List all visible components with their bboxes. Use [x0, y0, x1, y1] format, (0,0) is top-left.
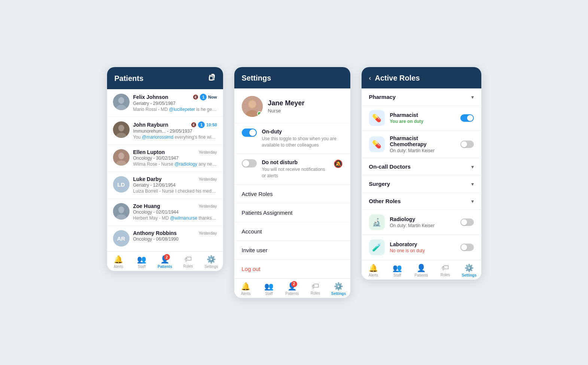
- roles-bottom-nav: 🔔Alerts👥Staff👤Patients🏷Roles⚙️Settings: [362, 260, 481, 280]
- roles-nav-label: Roles: [183, 264, 193, 268]
- on-duty-toggle[interactable]: [242, 129, 257, 137]
- menu-item-patients-assignment[interactable]: Patients Assignment: [234, 203, 350, 222]
- nav-item-patients[interactable]: 👤Patients: [409, 263, 433, 277]
- patient-time: Yesterday: [199, 204, 217, 208]
- menu-item-log-out[interactable]: Log out: [234, 260, 350, 278]
- alerts-nav-icon: 🔔: [241, 282, 250, 291]
- role-icon: 🧪: [369, 239, 385, 255]
- role-section-other-roles[interactable]: Other Roles▾: [362, 193, 481, 210]
- chevron-down-icon: ▾: [471, 198, 474, 204]
- nav-item-alerts[interactable]: 🔔Alerts: [362, 263, 386, 277]
- dnd-icon: 🔕: [333, 159, 343, 168]
- role-toggle[interactable]: [460, 244, 474, 251]
- role-item: 💊PharmacistYou are on duty: [362, 106, 481, 131]
- settings-screen: Settings Jane Meyer Nurse: [234, 67, 350, 298]
- avatar: LD: [113, 176, 130, 193]
- patient-info: Zoe HuangYesterdayOncology - 02/01/1944H…: [133, 203, 217, 221]
- back-button[interactable]: ‹: [369, 74, 371, 82]
- nav-item-settings[interactable]: ⚙️Settings: [327, 282, 350, 296]
- alerts-nav-icon: 🔔: [114, 255, 123, 264]
- role-toggle[interactable]: [460, 218, 474, 226]
- patient-name: Felix Johnson: [133, 94, 168, 100]
- mention: @radiology: [174, 162, 197, 167]
- list-item[interactable]: ARAnthony RobbinsYesterdayOncology - 06/…: [107, 226, 223, 251]
- nav-item-staff[interactable]: 👥Staff: [130, 255, 153, 269]
- avatar: [242, 96, 263, 117]
- patients-nav-icon: 👤: [417, 263, 426, 272]
- roles-nav-label: Roles: [441, 273, 450, 277]
- role-toggle-thumb: [461, 141, 467, 147]
- nav-item-patients[interactable]: 2👤Patients: [153, 255, 177, 269]
- nav-item-alerts[interactable]: 🔔Alerts: [107, 255, 130, 269]
- patient-dept: Geriatry - 12/06/1954: [133, 182, 217, 188]
- role-section-label-surgery: Surgery: [369, 181, 390, 187]
- dnd-desc: You will not receive notifications or al…: [262, 166, 328, 179]
- patient-dept: Geriatry - 29/05/1987: [133, 101, 217, 106]
- patient-time: Yesterday: [199, 231, 217, 235]
- svg-point-2: [118, 97, 124, 104]
- alerts-nav-label: Alerts: [241, 292, 251, 296]
- patient-name: Luke Darby: [133, 176, 162, 182]
- menu-item-invite-user[interactable]: Invite user: [234, 241, 350, 260]
- dnd-toggle[interactable]: [242, 159, 257, 168]
- patients-screen: Patients Felix Johnson🔇1NowGeriatry - 29…: [107, 67, 223, 271]
- list-item[interactable]: Ellen LuptonYesterdayOncology - 30/02/19…: [107, 145, 223, 172]
- list-item[interactable]: LDLuke DarbyYesterdayGeriatry - 12/06/19…: [107, 172, 223, 199]
- patient-dept: Oncology - 02/01/1944: [133, 209, 217, 215]
- role-toggle[interactable]: [460, 114, 474, 122]
- dnd-label: Do not disturb: [262, 159, 328, 165]
- list-item[interactable]: Felix Johnson🔇1NowGeriatry - 29/05/1987M…: [107, 89, 223, 117]
- patient-name: Zoe Huang: [133, 203, 160, 209]
- role-status: On duty: Martin Keiser: [390, 223, 455, 228]
- roles-title: Active Roles: [375, 74, 420, 82]
- role-section-surgery[interactable]: Surgery▾: [362, 175, 481, 193]
- nav-item-settings[interactable]: ⚙️Settings: [457, 263, 481, 277]
- patient-list: Felix Johnson🔇1NowGeriatry - 29/05/1987M…: [107, 89, 223, 251]
- patients-nav-label: Patients: [414, 273, 428, 277]
- patient-time: 10:50: [206, 123, 217, 127]
- badge-row: 🔇1Now: [193, 94, 217, 100]
- settings-nav-icon: ⚙️: [464, 263, 474, 272]
- patient-msg: Luiza Borrell - Nurse I checked his medi…: [133, 188, 217, 194]
- nav-item-roles[interactable]: 🏷Roles: [433, 263, 457, 277]
- share-icon[interactable]: [208, 74, 216, 83]
- patients-nav-label: Patients: [285, 292, 299, 296]
- nav-item-patients[interactable]: 2👤Patients: [281, 282, 304, 296]
- svg-point-16: [249, 100, 256, 108]
- patient-info: John Rayburn🔇110:50Immunorehum... - 29/0…: [133, 121, 217, 140]
- menu-item-account[interactable]: Account: [234, 222, 350, 241]
- settings-nav-label: Settings: [462, 273, 476, 277]
- staff-nav-icon: 👥: [137, 255, 146, 264]
- patient-dept: Oncology - 30/02/1947: [133, 156, 217, 161]
- alerts-nav-icon: 🔔: [369, 263, 378, 272]
- menu-item-active-roles[interactable]: Active Roles: [234, 185, 350, 203]
- role-section-pharmacy[interactable]: Pharmacy▾: [362, 88, 481, 106]
- role-section-label-other-roles: Other Roles: [369, 198, 401, 204]
- nav-item-roles[interactable]: 🏷Roles: [177, 255, 200, 269]
- nav-item-settings[interactable]: ⚙️Settings: [200, 255, 223, 269]
- profile-info: Jane Meyer Nurse: [268, 99, 305, 114]
- list-item[interactable]: John Rayburn🔇110:50Immunorehum... - 29/0…: [107, 117, 223, 145]
- role-section-label-pharmacy: Pharmacy: [369, 94, 396, 100]
- badge-row: Yesterday: [199, 150, 217, 154]
- settings-menu: Active RolesPatients AssignmentAccountIn…: [234, 185, 350, 278]
- patient-time: Now: [208, 95, 217, 99]
- patient-time: Yesterday: [199, 177, 217, 181]
- patient-msg: Mario Rossi - MD @lucillepeter is he get…: [133, 107, 217, 112]
- nav-item-staff[interactable]: 👥Staff: [386, 263, 409, 277]
- roles-screen: ‹ Active Roles Pharmacy▾💊PharmacistYou a…: [362, 67, 481, 280]
- list-item[interactable]: Zoe HuangYesterdayOncology - 02/01/1944H…: [107, 199, 223, 226]
- role-toggle[interactable]: [460, 141, 474, 148]
- role-name: Radiology: [390, 216, 455, 222]
- staff-nav-icon: 👥: [393, 263, 402, 272]
- settings-header: Settings: [234, 67, 350, 88]
- nav-item-staff[interactable]: 👥Staff: [258, 282, 281, 296]
- nav-item-roles[interactable]: 🏷Roles: [304, 282, 327, 296]
- nav-item-alerts[interactable]: 🔔Alerts: [234, 282, 258, 296]
- notification-badge: 1: [198, 121, 205, 128]
- role-status: On duty: Martin Keiser: [390, 148, 455, 153]
- role-section-on-call-doctors[interactable]: On-call Doctors▾: [362, 158, 481, 175]
- on-duty-label: On-duty: [262, 129, 343, 135]
- role-status: You are on duty: [390, 119, 455, 124]
- role-status: No one is on duty: [390, 248, 455, 253]
